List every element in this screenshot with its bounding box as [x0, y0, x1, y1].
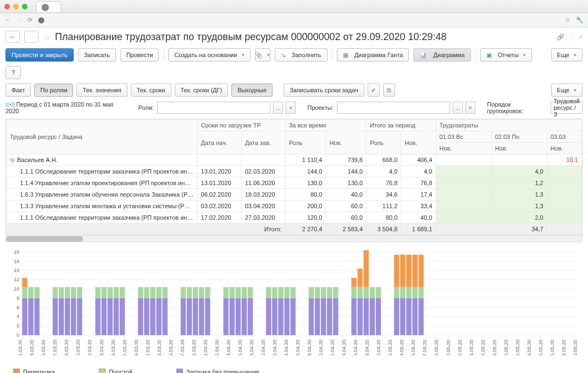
- main-toolbar: Провести и закрыть Записать Провести Соз…: [5, 46, 583, 81]
- svg-rect-20: [22, 298, 27, 335]
- swatch-normal-icon: [176, 369, 183, 373]
- table-row[interactable]: 1.6.3 Управление этапом обучения персона…: [7, 189, 582, 201]
- svg-text:20.04.20: 20.04.20: [318, 339, 324, 355]
- window-controls[interactable]: [4, 4, 27, 9]
- process-button[interactable]: Провести: [120, 48, 159, 62]
- globe-icon: ⬤: [38, 16, 45, 24]
- col-labor[interactable]: Трудозатраты: [436, 120, 581, 131]
- tab-weekends[interactable]: Выходные: [231, 83, 273, 97]
- check-button[interactable]: ✔: [368, 83, 380, 97]
- fill-label: Заполнить: [292, 52, 321, 58]
- gantt-button[interactable]: ▦ Диаграмма Ганта: [337, 48, 409, 62]
- help-button[interactable]: ?: [5, 66, 21, 79]
- close-window-icon[interactable]: [4, 4, 10, 9]
- grouping-select[interactable]: Трудовой ресурс / З: [551, 102, 583, 114]
- legend-normal: Загрузка без превышения: [176, 369, 259, 373]
- tab-cur-dates-dg[interactable]: Тек. сроки (ДГ): [175, 83, 229, 97]
- copy-button[interactable]: ⧉: [383, 83, 395, 97]
- close-icon[interactable]: ×: [579, 34, 583, 41]
- reports-button[interactable]: ▣ Отчеты: [480, 48, 532, 62]
- svg-text:10.05.20: 10.05.20: [446, 339, 451, 355]
- svg-text:08.04.20: 08.04.20: [249, 339, 254, 355]
- process-close-button[interactable]: Провести и закрыть: [5, 48, 74, 62]
- svg-text:31.03.20: 31.03.20: [203, 339, 208, 355]
- svg-rect-51: [150, 298, 155, 335]
- create-based-button[interactable]: Создать на основании: [168, 48, 250, 62]
- svg-rect-101: [357, 287, 362, 298]
- title-row: ← → ☆ Планирование трудозатрат по трудов…: [5, 27, 583, 46]
- col-d3[interactable]: 03.03: [547, 131, 581, 143]
- options-icon[interactable]: ⋮: [569, 34, 575, 41]
- maximize-window-icon[interactable]: [22, 4, 27, 9]
- col-new-p[interactable]: Нов.: [401, 131, 436, 154]
- col-resource[interactable]: Трудовой ресурс / Задача: [7, 120, 198, 154]
- scroll-thumb[interactable]: [6, 236, 83, 242]
- svg-rect-74: [242, 287, 247, 298]
- col-d2-new[interactable]: Нов.: [491, 143, 547, 154]
- tab-by-roles[interactable]: По ролям: [34, 83, 73, 97]
- col-dates[interactable]: Сроки по загрузке ТР: [197, 120, 285, 131]
- svg-text:09.05.20: 09.05.20: [434, 339, 440, 355]
- period-filter[interactable]: Период с 01 марта 2020 по 31 мая 2020: [5, 101, 126, 114]
- tab-fact[interactable]: Факт: [5, 83, 31, 97]
- col-period[interactable]: Итого за период: [367, 120, 436, 131]
- projects-clear-button[interactable]: ×: [465, 102, 475, 114]
- svg-text:8: 8: [16, 296, 19, 301]
- horizontal-scrollbar[interactable]: [5, 236, 583, 242]
- roles-select-button[interactable]: ...: [273, 102, 283, 114]
- svg-text:22.05.20: 22.05.20: [515, 339, 520, 355]
- table-row[interactable]: 1.1.1 Обследование территории заказчика …: [7, 166, 582, 177]
- svg-rect-114: [400, 287, 405, 298]
- tab-cur-values[interactable]: Тек. значения: [76, 83, 127, 97]
- tab-cur-dates[interactable]: Тек. сроки: [131, 83, 171, 97]
- table-row[interactable]: 1.1.1 Обследование территории заказчика …: [7, 212, 582, 224]
- svg-rect-57: [181, 298, 186, 335]
- svg-rect-98: [351, 287, 356, 298]
- nav-back-button[interactable]: ←: [5, 31, 20, 43]
- diagram-button[interactable]: 📊 Диаграмма: [413, 48, 470, 62]
- col-d1[interactable]: 01.03 Вс: [436, 131, 491, 143]
- col-alltime[interactable]: За все время: [285, 120, 366, 131]
- fill-button[interactable]: ↘ Заполнить: [275, 48, 328, 62]
- projects-input[interactable]: [337, 102, 450, 114]
- page-title: Планирование трудозатрат по трудовым рес…: [55, 31, 447, 43]
- attach-button[interactable]: 📎: [255, 48, 270, 62]
- svg-rect-75: [248, 298, 253, 335]
- more-button[interactable]: Еще: [551, 48, 583, 62]
- roles-clear-button[interactable]: ×: [286, 102, 296, 114]
- col-start[interactable]: Дата нач.: [197, 131, 241, 154]
- col-role-p[interactable]: Роль: [367, 131, 401, 154]
- roles-input[interactable]: [157, 102, 270, 114]
- col-d2[interactable]: 02.03 Пн: [491, 131, 547, 143]
- wrench-icon[interactable]: 🔧: [576, 16, 584, 24]
- favorite-icon[interactable]: ☆: [43, 32, 51, 42]
- table-row[interactable]: 1.1.4 Управление этапом проектирования (…: [7, 177, 582, 189]
- projects-select-button[interactable]: ...: [453, 102, 463, 114]
- projects-label: Проекты:: [308, 104, 334, 111]
- col-d1-new[interactable]: Нов.: [436, 143, 491, 154]
- svg-text:05.05.20: 05.05.20: [411, 339, 416, 355]
- svg-text:28.04.20: 28.04.20: [364, 339, 370, 355]
- reload-icon[interactable]: ⟳: [27, 16, 32, 24]
- col-role-all[interactable]: Роль: [285, 131, 326, 154]
- col-d3-new[interactable]: Нов.: [547, 143, 581, 154]
- back-icon[interactable]: ←: [4, 16, 10, 24]
- more-button-2[interactable]: Еще: [551, 83, 583, 97]
- link-icon[interactable]: 🔗: [557, 34, 564, 41]
- svg-text:10: 10: [14, 286, 19, 292]
- svg-rect-80: [272, 287, 277, 298]
- table-row[interactable]: 1.3.3 Управление этапом монтажа и устано…: [7, 201, 582, 212]
- table-row[interactable]: ⊖Васильев А.Н. 1 110,4739,8 668,0406,4 1…: [7, 154, 582, 166]
- star-icon[interactable]: ☆: [565, 16, 570, 24]
- col-end[interactable]: Дата зав.: [241, 131, 285, 154]
- col-new-all[interactable]: Нов.: [326, 131, 367, 154]
- svg-rect-89: [315, 298, 320, 335]
- svg-rect-48: [138, 287, 143, 298]
- svg-text:03.03.20: 03.03.20: [29, 339, 35, 355]
- write-task-dates-button[interactable]: Записывать сроки задач: [284, 83, 364, 97]
- write-button[interactable]: Записать: [78, 48, 116, 62]
- browser-tab[interactable]: ⬤: [36, 1, 61, 12]
- minimize-window-icon[interactable]: [13, 4, 19, 9]
- gantt-label: Диаграмма Ганта: [354, 52, 403, 58]
- swatch-idle-icon: [99, 369, 106, 373]
